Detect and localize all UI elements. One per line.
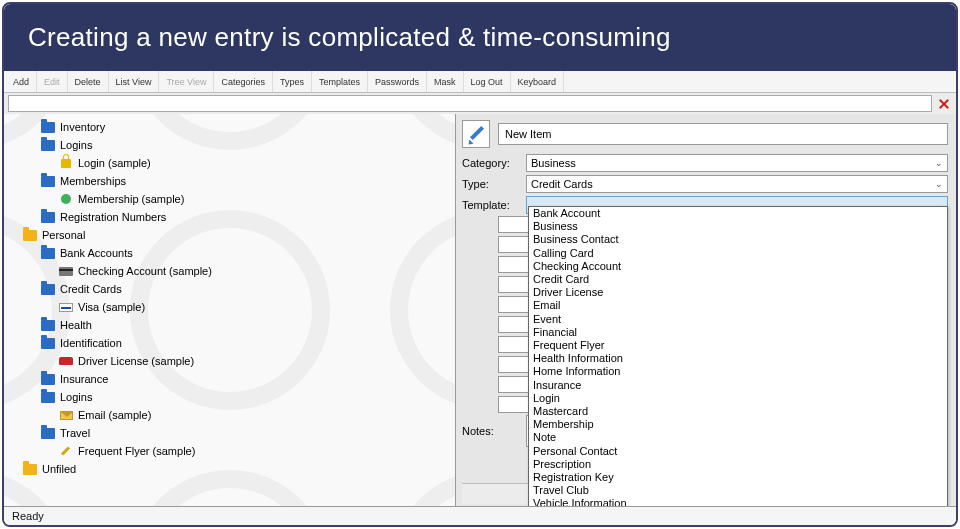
tree-item[interactable]: Frequent Flyer (sample)	[4, 442, 455, 460]
template-option[interactable]: Vehicle Information	[529, 497, 947, 506]
tree-item[interactable]: Personal	[4, 226, 455, 244]
template-option[interactable]: Prescription	[529, 458, 947, 471]
template-option[interactable]: Registration Key	[529, 471, 947, 484]
template-option[interactable]: Personal Contact	[529, 445, 947, 458]
tree-item-label: Logins	[60, 391, 92, 403]
tree-item-label: Checking Account (sample)	[78, 265, 212, 277]
main-toolbar: AddEditDeleteList ViewTree ViewCategorie…	[4, 71, 956, 93]
template-option[interactable]: Driver License	[529, 286, 947, 299]
tree-item[interactable]: Visa (sample)	[4, 298, 455, 316]
tree-item-label: Unfiled	[42, 463, 76, 475]
tree-item[interactable]: Identification	[4, 334, 455, 352]
type-value: Credit Cards	[531, 178, 593, 190]
banner-title: Creating a new entry is complicated & ti…	[4, 4, 956, 71]
template-option[interactable]: Credit Card	[529, 273, 947, 286]
template-option[interactable]: Membership	[529, 418, 947, 431]
toolbar-templates[interactable]: Templates	[312, 71, 368, 92]
tree-item[interactable]: Registration Numbers	[4, 208, 455, 226]
template-option[interactable]: Home Information	[529, 365, 947, 378]
template-label: Template:	[462, 199, 520, 211]
search-input[interactable]	[8, 95, 932, 112]
template-option[interactable]: Calling Card	[529, 247, 947, 260]
template-option[interactable]: Email	[529, 299, 947, 312]
folder-icon	[40, 426, 56, 440]
template-option[interactable]: Mastercard	[529, 405, 947, 418]
template-option[interactable]: Event	[529, 313, 947, 326]
tree-scroll[interactable]: InventoryLoginsLogin (sample)Memberships…	[4, 114, 455, 506]
env-icon	[58, 408, 74, 422]
tree-item[interactable]: Unfiled	[4, 460, 455, 478]
template-option[interactable]: Bank Account	[529, 207, 947, 220]
toolbar-types[interactable]: Types	[273, 71, 312, 92]
template-option[interactable]: Travel Club	[529, 484, 947, 497]
folder-icon	[40, 246, 56, 260]
type-label: Type:	[462, 178, 520, 190]
toolbar-passwords[interactable]: Passwords	[368, 71, 427, 92]
tree-item[interactable]: Driver License (sample)	[4, 352, 455, 370]
tree-item-label: Email (sample)	[78, 409, 151, 421]
chevron-down-icon: ⌄	[935, 158, 943, 168]
toolbar-keyboard[interactable]: Keyboard	[511, 71, 565, 92]
folder-icon	[40, 318, 56, 332]
tree-pane: InventoryLoginsLogin (sample)Memberships…	[4, 114, 456, 506]
tree-item-label: Inventory	[60, 121, 105, 133]
car-icon	[58, 354, 74, 368]
toolbar-mask[interactable]: Mask	[427, 71, 464, 92]
tree-item[interactable]: Membership (sample)	[4, 190, 455, 208]
tree-item[interactable]: Insurance	[4, 370, 455, 388]
toolbar-log-out[interactable]: Log Out	[464, 71, 511, 92]
template-option[interactable]: Health Information	[529, 352, 947, 365]
tree-item-label: Credit Cards	[60, 283, 122, 295]
tree-item[interactable]: Travel	[4, 424, 455, 442]
tree-item-label: Health	[60, 319, 92, 331]
tree-item[interactable]: Logins	[4, 388, 455, 406]
tree-item[interactable]: Bank Accounts	[4, 244, 455, 262]
folder-yellow-icon	[22, 228, 38, 242]
template-option[interactable]: Frequent Flyer	[529, 339, 947, 352]
tree-item-label: Registration Numbers	[60, 211, 166, 223]
tree-item[interactable]: Health	[4, 316, 455, 334]
tree-item-label: Travel	[60, 427, 90, 439]
toolbar-delete[interactable]: Delete	[68, 71, 109, 92]
clear-search-icon[interactable]	[936, 96, 952, 112]
template-option[interactable]: Financial	[529, 326, 947, 339]
folder-icon	[40, 336, 56, 350]
folder-icon	[40, 138, 56, 152]
template-option[interactable]: Business Contact	[529, 233, 947, 246]
visa-icon	[58, 300, 74, 314]
status-bar: Ready	[4, 506, 956, 525]
tree-item-label: Bank Accounts	[60, 247, 133, 259]
search-row	[4, 93, 956, 114]
folder-yellow-icon	[22, 462, 38, 476]
type-select[interactable]: Credit Cards ⌄	[526, 175, 948, 193]
person-icon	[58, 192, 74, 206]
folder-icon	[40, 120, 56, 134]
tree-item[interactable]: Checking Account (sample)	[4, 262, 455, 280]
category-select[interactable]: Business ⌄	[526, 154, 948, 172]
template-option[interactable]: Checking Account	[529, 260, 947, 273]
card-icon	[58, 264, 74, 278]
tree-item[interactable]: Credit Cards	[4, 280, 455, 298]
item-title-input[interactable]	[498, 123, 948, 145]
folder-icon	[40, 174, 56, 188]
tree-item[interactable]: Memberships	[4, 172, 455, 190]
folder-icon	[40, 390, 56, 404]
folder-icon	[40, 282, 56, 296]
tree-item-label: Logins	[60, 139, 92, 151]
toolbar-list-view[interactable]: List View	[109, 71, 160, 92]
notes-label: Notes:	[462, 425, 520, 437]
template-option[interactable]: Login	[529, 392, 947, 405]
template-option[interactable]: Business	[529, 220, 947, 233]
tree-item[interactable]: Login (sample)	[4, 154, 455, 172]
tree-item[interactable]: Logins	[4, 136, 455, 154]
tree-item[interactable]: Email (sample)	[4, 406, 455, 424]
toolbar-categories[interactable]: Categories	[214, 71, 273, 92]
template-option[interactable]: Note	[529, 431, 947, 444]
toolbar-add[interactable]: Add	[6, 71, 37, 92]
tree-item-label: Membership (sample)	[78, 193, 184, 205]
lock-icon	[58, 156, 74, 170]
tree-item[interactable]: Inventory	[4, 118, 455, 136]
template-dropdown-list[interactable]: Bank AccountBusinessBusiness ContactCall…	[528, 206, 948, 506]
template-option[interactable]: Insurance	[529, 379, 947, 392]
tree-item-label: Memberships	[60, 175, 126, 187]
